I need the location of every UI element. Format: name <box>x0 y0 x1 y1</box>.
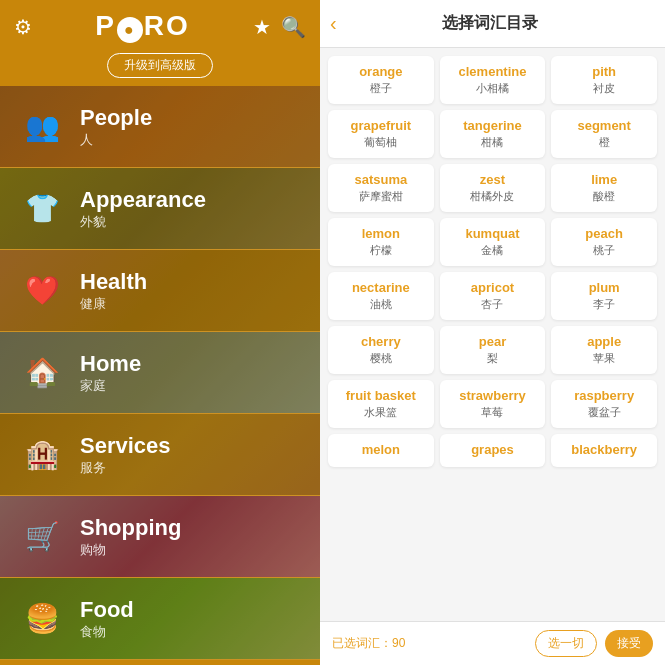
menu-item-services[interactable]: 🏨 Services 服务 <box>0 414 320 496</box>
vocab-word: melon <box>332 442 430 457</box>
vocab-zh: 柑橘 <box>444 135 542 150</box>
vocab-card[interactable]: zest柑橘外皮 <box>440 164 546 212</box>
menu-title-appearance: Appearance <box>80 187 206 213</box>
food-icon: 🍔 <box>20 597 64 641</box>
menu-item-appearance[interactable]: 👕 Appearance 外貌 <box>0 168 320 250</box>
vocab-zh: 橙子 <box>332 81 430 96</box>
vocab-zh: 杏子 <box>444 297 542 312</box>
upgrade-button[interactable]: 升级到高级版 <box>107 53 213 78</box>
vocab-word: grapefruit <box>332 118 430 133</box>
vocab-card[interactable]: satsuma萨摩蜜柑 <box>328 164 434 212</box>
vocab-card[interactable]: melon <box>328 434 434 467</box>
shopping-icon: 🛒 <box>20 515 64 559</box>
vocab-card[interactable]: kumquat金橘 <box>440 218 546 266</box>
menu-sub-health: 健康 <box>80 295 147 313</box>
vocab-card[interactable]: nectarine油桃 <box>328 272 434 320</box>
select-all-button[interactable]: 选一切 <box>535 630 597 657</box>
vocab-word: grapes <box>444 442 542 457</box>
back-button[interactable]: ‹ <box>330 12 337 35</box>
vocab-word: tangerine <box>444 118 542 133</box>
menu-title-food: Food <box>80 597 134 623</box>
vocab-card[interactable]: fruit basket水果篮 <box>328 380 434 428</box>
vocab-zh: 葡萄柚 <box>332 135 430 150</box>
vocab-card[interactable]: segment橙 <box>551 110 657 158</box>
vocab-word: kumquat <box>444 226 542 241</box>
vocab-zh: 橙 <box>555 135 653 150</box>
menu-item-home[interactable]: 🏠 Home 家庭 <box>0 332 320 414</box>
menu-item-people[interactable]: 👥 People 人 <box>0 86 320 168</box>
search-icon[interactable]: 🔍 <box>281 15 306 39</box>
vocab-card[interactable]: cherry樱桃 <box>328 326 434 374</box>
vocab-card[interactable]: apricot杏子 <box>440 272 546 320</box>
bottom-bar: 已选词汇：90 选一切 接受 <box>320 621 665 665</box>
vocab-card[interactable]: apple苹果 <box>551 326 657 374</box>
vocab-word: fruit basket <box>332 388 430 403</box>
vocab-zh: 柠檬 <box>332 243 430 258</box>
accept-button[interactable]: 接受 <box>605 630 653 657</box>
appearance-icon: 👕 <box>20 187 64 231</box>
vocab-word: satsuma <box>332 172 430 187</box>
vocab-word: pith <box>555 64 653 79</box>
home-icon: 🏠 <box>20 351 64 395</box>
menu-title-services: Services <box>80 433 171 459</box>
vocab-card[interactable]: grapes <box>440 434 546 467</box>
vocab-card[interactable]: raspberry覆盆子 <box>551 380 657 428</box>
logo-o: ● <box>117 17 143 43</box>
left-panel: ⚙ P●RO ★ 🔍 升级到高级版 👥 People 人 <box>0 0 320 665</box>
menu-title-shopping: Shopping <box>80 515 181 541</box>
vocab-word: strawberry <box>444 388 542 403</box>
vocab-card[interactable]: pith衬皮 <box>551 56 657 104</box>
menu-sub-appearance: 外貌 <box>80 213 206 231</box>
vocab-word: clementine <box>444 64 542 79</box>
settings-icon[interactable]: ⚙ <box>14 15 32 39</box>
services-icon: 🏨 <box>20 433 64 477</box>
right-title: 选择词汇目录 <box>345 13 655 34</box>
vocab-card[interactable]: strawberry草莓 <box>440 380 546 428</box>
vocab-zh: 金橘 <box>444 243 542 258</box>
vocab-word: orange <box>332 64 430 79</box>
vocab-count: 已选词汇：90 <box>332 635 405 652</box>
vocab-card[interactable]: lemon柠檬 <box>328 218 434 266</box>
vocab-card[interactable]: peach桃子 <box>551 218 657 266</box>
vocab-zh: 小相橘 <box>444 81 542 96</box>
vocab-zh: 酸橙 <box>555 189 653 204</box>
upgrade-section: 升级到高级版 <box>0 49 320 86</box>
vocab-card[interactable]: plum李子 <box>551 272 657 320</box>
vocab-word: lemon <box>332 226 430 241</box>
vocab-word: nectarine <box>332 280 430 295</box>
menu-sub-shopping: 购物 <box>80 541 181 559</box>
vocab-word: apricot <box>444 280 542 295</box>
vocab-zh: 桃子 <box>555 243 653 258</box>
menu-sub-people: 人 <box>80 131 152 149</box>
vocab-card[interactable]: pear梨 <box>440 326 546 374</box>
menu-item-health[interactable]: ❤️ Health 健康 <box>0 250 320 332</box>
menu-title-people: People <box>80 105 152 131</box>
logo-suffix: RO <box>144 10 190 41</box>
vocab-zh: 梨 <box>444 351 542 366</box>
menu-item-shopping[interactable]: 🛒 Shopping 购物 <box>0 496 320 578</box>
vocab-word: cherry <box>332 334 430 349</box>
vocab-card[interactable]: lime酸橙 <box>551 164 657 212</box>
star-icon[interactable]: ★ <box>253 15 271 39</box>
vocab-card[interactable]: orange橙子 <box>328 56 434 104</box>
vocab-zh: 李子 <box>555 297 653 312</box>
vocab-zh: 油桃 <box>332 297 430 312</box>
vocab-card[interactable]: grapefruit葡萄柚 <box>328 110 434 158</box>
right-header: ‹ 选择词汇目录 <box>320 0 665 48</box>
vocab-card[interactable]: clementine小相橘 <box>440 56 546 104</box>
vocab-word: segment <box>555 118 653 133</box>
health-icon: ❤️ <box>20 269 64 313</box>
vocab-word: pear <box>444 334 542 349</box>
menu-list: 👥 People 人 👕 Appearance 外貌 <box>0 86 320 665</box>
vocab-card[interactable]: tangerine柑橘 <box>440 110 546 158</box>
vocab-zh: 萨摩蜜柑 <box>332 189 430 204</box>
vocab-word: zest <box>444 172 542 187</box>
menu-item-food[interactable]: 🍔 Food 食物 <box>0 578 320 660</box>
vocab-word: blackberry <box>555 442 653 457</box>
vocab-zh: 柑橘外皮 <box>444 189 542 204</box>
menu-title-home: Home <box>80 351 141 377</box>
vocab-card[interactable]: blackberry <box>551 434 657 467</box>
vocab-zh: 覆盆子 <box>555 405 653 420</box>
vocab-word: peach <box>555 226 653 241</box>
right-panel: ‹ 选择词汇目录 orange橙子clementine小相橘pith衬皮grap… <box>320 0 665 665</box>
